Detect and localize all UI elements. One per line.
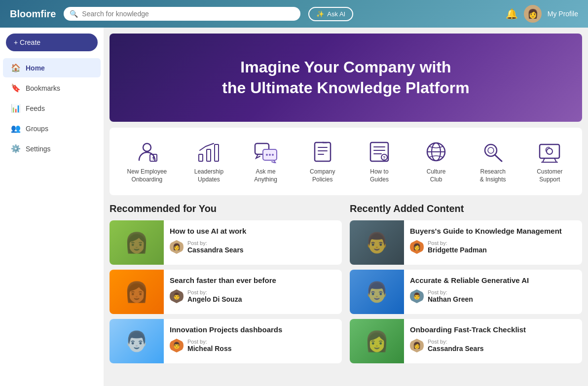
sidebar-label-groups: Groups	[26, 125, 48, 133]
recent-card-title-1: Accurate & Reliable Generative AI	[410, 276, 576, 285]
customer-support-icon	[535, 140, 564, 164]
svg-rect-12	[315, 142, 331, 161]
svg-point-33	[547, 148, 552, 154]
sidebar-item-bookmarks[interactable]: 🔖 Bookmarks	[3, 78, 101, 98]
recent-author-info-1: Post by: Nathan Green	[428, 289, 473, 303]
svg-point-10	[269, 154, 271, 156]
author-info-1: Post by: Angelo Di Souza	[187, 289, 242, 303]
category-new-employee[interactable]: New EmployeeOnboarding	[121, 136, 173, 187]
sidebar-item-home[interactable]: 🏠 Home	[3, 58, 101, 77]
recent-author-info-0: Post by: Bridgette Padman	[428, 240, 487, 254]
header-right: 🔔 👩 My Profile	[506, 5, 578, 23]
post-label-2: Post by:	[187, 339, 231, 345]
category-customer-support[interactable]: CustomerSupport	[529, 136, 570, 187]
svg-rect-6	[215, 144, 219, 161]
sidebar-item-settings[interactable]: ⚙️ Settings	[3, 139, 101, 158]
card-title-0: How to use AI at work	[170, 226, 336, 236]
recent-card-0[interactable]: 👨 Buyers's Guide to Knowledge Management…	[350, 220, 582, 265]
category-label-new-employee: New EmployeeOnboarding	[127, 168, 167, 183]
category-leadership[interactable]: LeadershipUpdates	[188, 136, 229, 187]
svg-rect-29	[540, 144, 559, 158]
layout: + Create 🏠 Home 🔖 Bookmarks 📊 Feeds 👥 Gr…	[0, 28, 588, 386]
research-icon	[478, 140, 508, 164]
header: Bloomfire 🔍 ✨ Ask AI 🔔 👩 My Profile	[0, 0, 588, 28]
recent-card-body-0: Buyers's Guide to Knowledge Management 👩…	[404, 220, 582, 265]
recent-person-image-0: 👨	[365, 231, 389, 254]
category-label-research: Research& Insights	[480, 168, 506, 183]
recommended-section: Recommended for You 👩🏾 How to use AI at …	[110, 203, 342, 368]
recent-card-1[interactable]: 👨 Accurate & Reliable Generative AI 👨 Po…	[350, 270, 582, 314]
profile-label[interactable]: My Profile	[548, 10, 578, 18]
svg-rect-5	[207, 149, 211, 161]
sidebar-item-feeds[interactable]: 📊 Feeds	[3, 99, 101, 118]
create-button[interactable]: + Create	[6, 34, 98, 51]
svg-rect-4	[199, 154, 203, 161]
card-image-2: 👨🏻	[110, 319, 164, 363]
recent-author-avatar-2: 👩	[410, 339, 424, 352]
search-input[interactable]	[82, 10, 294, 18]
category-label-leadership: LeadershipUpdates	[194, 168, 223, 183]
recently-added-section: Recently Added Content 👨 Buyers's Guide …	[350, 203, 582, 368]
card-title-1: Search faster than ever before	[170, 276, 336, 285]
svg-text:?: ?	[383, 155, 386, 160]
category-how-to[interactable]: ? How toGuides	[359, 136, 400, 187]
card-body-2: Innovation Projects dashboards 👨 Post by…	[164, 319, 342, 363]
category-label-customer-support: CustomerSupport	[537, 168, 562, 183]
recent-card-image-1: 👨	[350, 270, 404, 314]
recent-post-by-1: 👨 Post by: Nathan Green	[410, 289, 576, 303]
person-image-1: 👩🏾	[124, 281, 149, 304]
company-policies-icon	[308, 140, 337, 164]
search-bar: 🔍	[64, 7, 300, 21]
card-image-0: 👩🏾	[110, 220, 164, 265]
svg-line-27	[495, 155, 502, 161]
recommended-card-1[interactable]: 👩🏾 Search faster than ever before 👨 Post…	[110, 270, 342, 314]
author-info-0: Post by: Cassandra Sears	[187, 240, 244, 254]
bookmark-icon: 🔖	[11, 83, 21, 93]
card-title-2: Innovation Projects dashboards	[170, 325, 336, 335]
card-body-1: Search faster than ever before 👨 Post by…	[164, 270, 342, 314]
author-name-2: Micheal Ross	[187, 345, 231, 352]
recent-post-by-0: 👩 Post by: Bridgette Padman	[410, 240, 576, 254]
recent-card-image-0: 👨	[350, 220, 404, 265]
avatar[interactable]: 👩	[524, 5, 542, 23]
sidebar-label-settings: Settings	[26, 145, 51, 153]
category-culture[interactable]: CultureClub	[415, 136, 457, 187]
ai-sparkle-icon: ✨	[316, 10, 324, 18]
groups-icon: 👥	[11, 124, 21, 133]
category-research[interactable]: Research& Insights	[472, 136, 514, 187]
post-label-0: Post by:	[187, 240, 244, 246]
category-company-policies[interactable]: CompanyPolicies	[302, 136, 343, 187]
new-employee-icon	[132, 140, 162, 164]
author-name-1: Angelo Di Souza	[187, 295, 242, 303]
leadership-icon	[194, 140, 223, 164]
category-label-ask-me: Ask meAnything	[254, 168, 277, 183]
recent-author-info-2: Post by: Cassandra Sears	[428, 339, 484, 352]
post-by-1: 👨 Post by: Angelo Di Souza	[170, 289, 336, 303]
svg-point-11	[272, 154, 274, 156]
recently-added-title: Recently Added Content	[350, 203, 582, 214]
ask-ai-button[interactable]: ✨ Ask AI	[308, 7, 353, 21]
post-label-1: Post by:	[187, 289, 242, 295]
recommended-card-2[interactable]: 👨🏻 Innovation Projects dashboards 👨 Post…	[110, 319, 342, 363]
sidebar: + Create 🏠 Home 🔖 Bookmarks 📊 Feeds 👥 Gr…	[0, 28, 104, 386]
recent-card-title-2: Onboarding Fast-Track Checklist	[410, 325, 576, 335]
person-image-0: 👩🏾	[124, 231, 149, 254]
recommended-card-0[interactable]: 👩🏾 How to use AI at work 👩 Post by: Cass…	[110, 220, 342, 265]
svg-point-0	[143, 143, 151, 151]
recent-post-label-1: Post by:	[428, 289, 473, 295]
sidebar-label-home: Home	[26, 64, 45, 72]
feeds-icon: 📊	[11, 104, 21, 113]
content-sections: Recommended for You 👩🏾 How to use AI at …	[104, 195, 588, 376]
notification-bell-icon[interactable]: 🔔	[506, 8, 518, 20]
category-ask-me[interactable]: Ask meAnything	[245, 136, 287, 187]
recent-card-title-0: Buyers's Guide to Knowledge Management	[410, 226, 576, 236]
home-icon: 🏠	[11, 63, 21, 72]
recent-post-label-2: Post by:	[428, 339, 484, 345]
recent-card-2[interactable]: 👩 Onboarding Fast-Track Checklist 👩 Post…	[350, 319, 582, 363]
category-label-company-policies: CompanyPolicies	[310, 168, 335, 183]
recent-person-image-1: 👨	[365, 281, 389, 304]
main-content: Imagine Your Company with the Ultimate K…	[104, 28, 588, 386]
culture-icon	[421, 140, 451, 164]
sidebar-label-feeds: Feeds	[26, 105, 45, 112]
sidebar-item-groups[interactable]: 👥 Groups	[3, 119, 101, 138]
